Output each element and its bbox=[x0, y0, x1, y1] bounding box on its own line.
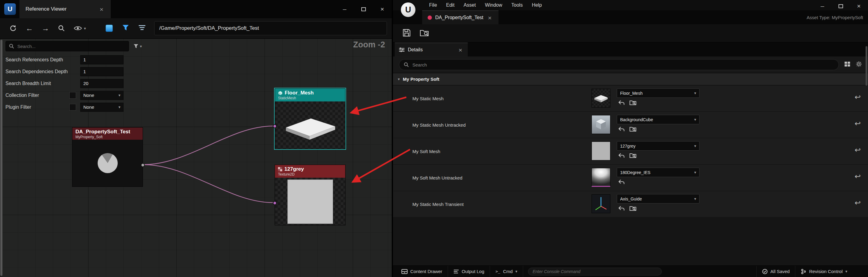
axis-guide-thumbnail[interactable] bbox=[592, 195, 611, 213]
save-button[interactable] bbox=[402, 28, 411, 39]
graph-search-input[interactable] bbox=[17, 43, 126, 49]
back-button[interactable]: ← bbox=[26, 25, 33, 32]
asset-combo-box[interactable]: 180Degree_IES ▾ bbox=[617, 168, 700, 177]
menu-tools[interactable]: Tools bbox=[507, 0, 527, 10]
plugin-filter-dropdown[interactable]: None ▾ bbox=[80, 103, 123, 112]
use-selected-asset-button[interactable] bbox=[618, 206, 625, 212]
asset-editor-window: U File Edit Asset Window Tools Help – × … bbox=[393, 0, 868, 277]
cmd-icon: >_ bbox=[495, 269, 500, 274]
graph-canvas[interactable]: Zoom -2 DA_PropertySoft_Test MyProperty_… bbox=[0, 39, 392, 277]
browse-to-asset-button[interactable] bbox=[629, 126, 636, 133]
reset-to-default-icon[interactable]: ↩ bbox=[855, 146, 861, 154]
minimize-icon: – bbox=[343, 5, 346, 13]
use-selected-asset-icon bbox=[618, 206, 625, 211]
asset-type-label: Asset Type: MyPropertySoft bbox=[807, 10, 863, 24]
menu-asset[interactable]: Asset bbox=[459, 0, 480, 10]
use-selected-asset-button[interactable] bbox=[618, 153, 625, 160]
browse-to-asset-button[interactable] bbox=[629, 206, 636, 212]
revision-control-button[interactable]: Revision Control ▾ bbox=[795, 266, 853, 277]
browse-to-asset-icon bbox=[629, 100, 636, 105]
breadth-limit-input[interactable] bbox=[80, 79, 123, 88]
zoom-level-label: Zoom -2 bbox=[353, 40, 385, 49]
static-mesh-icon bbox=[278, 91, 283, 95]
tab-reference-viewer[interactable]: Reference Viewer × bbox=[20, 0, 111, 18]
graph-search-box[interactable] bbox=[5, 41, 129, 51]
tab-da-propertysoft-test[interactable]: DA_PropertySoft_Test × bbox=[422, 10, 498, 24]
filters-toggle[interactable] bbox=[122, 24, 129, 32]
menu-window[interactable]: Window bbox=[480, 0, 507, 10]
close-button[interactable]: × bbox=[373, 0, 392, 18]
menu-help[interactable]: Help bbox=[527, 0, 547, 10]
browse-to-asset-button[interactable] bbox=[420, 29, 429, 38]
find-path-button[interactable] bbox=[58, 25, 65, 32]
referencers-depth-input[interactable] bbox=[80, 55, 123, 64]
menu-edit[interactable]: Edit bbox=[442, 0, 459, 10]
unreal-logo-icon[interactable]: U bbox=[401, 2, 415, 17]
forward-button[interactable]: → bbox=[42, 25, 49, 32]
node-floor-mesh[interactable]: Floor_Mesh StaticMesh bbox=[275, 89, 345, 149]
asset-tab-row: DA_PropertySoft_Test × Asset Type: MyPro… bbox=[393, 10, 868, 24]
collection-filter-dropdown[interactable]: None ▾ bbox=[80, 91, 123, 100]
dependencies-depth-input[interactable] bbox=[80, 67, 123, 76]
reference-viewer-toolbar: ← → ▾ /Game/Property/Soft/DA_PropertySof… bbox=[0, 18, 392, 39]
node-title: Floor_Mesh bbox=[285, 90, 314, 96]
asset-path-field[interactable]: /Game/Property/Soft/DA_PropertySoft_Test bbox=[154, 21, 387, 35]
setting-label: Search Dependencies Depth bbox=[5, 69, 80, 74]
eye-icon bbox=[73, 26, 82, 31]
filter-funnel-icon bbox=[133, 44, 139, 48]
minimize-button[interactable]: – bbox=[335, 0, 354, 18]
chevron-down-icon: ▾ bbox=[694, 91, 696, 95]
grey-texture-thumbnail[interactable] bbox=[592, 142, 611, 160]
asset-combo-box[interactable]: Axis_Guide ▾ bbox=[617, 194, 700, 204]
filter-options-toggle[interactable] bbox=[138, 25, 146, 32]
reset-to-default-icon[interactable]: ↩ bbox=[855, 199, 861, 207]
details-scrollbar[interactable] bbox=[866, 46, 867, 85]
background-cube-thumbnail[interactable] bbox=[592, 115, 611, 134]
floor-mesh-thumbnail[interactable] bbox=[592, 89, 611, 107]
column-view-button[interactable] bbox=[844, 61, 850, 68]
graph-scrollbar[interactable] bbox=[0, 40, 2, 276]
browse-to-asset-button[interactable] bbox=[629, 153, 636, 160]
asset-combo-box[interactable]: Floor_Mesh ▾ bbox=[617, 89, 700, 98]
output-log-icon bbox=[454, 269, 459, 274]
close-icon[interactable]: × bbox=[457, 46, 464, 54]
use-selected-asset-button[interactable] bbox=[618, 126, 625, 133]
use-selected-asset-button[interactable] bbox=[618, 100, 625, 107]
all-saved-button[interactable]: All Saved bbox=[756, 266, 795, 277]
ies-profile-thumbnail[interactable] bbox=[592, 168, 611, 187]
asset-color-dot bbox=[428, 15, 432, 20]
console-command-input[interactable] bbox=[528, 268, 662, 275]
asset-combo-box[interactable]: BackgroundCube ▾ bbox=[617, 115, 700, 124]
reset-to-default-icon[interactable]: ↩ bbox=[855, 173, 861, 180]
details-search-input[interactable] bbox=[412, 62, 834, 68]
node-127grey[interactable]: 127grey Texture2D bbox=[275, 165, 345, 226]
use-selected-asset-button[interactable] bbox=[618, 179, 625, 186]
content-drawer-button[interactable]: Content Drawer bbox=[396, 266, 448, 277]
refresh-button[interactable] bbox=[9, 24, 17, 32]
output-log-button[interactable]: Output Log bbox=[448, 266, 490, 277]
plugin-filter-checkbox[interactable] bbox=[69, 104, 76, 110]
tab-details[interactable]: Details × bbox=[395, 42, 468, 57]
search-filter-button[interactable]: ▾ bbox=[133, 44, 142, 48]
collection-filter-checkbox[interactable] bbox=[69, 92, 76, 99]
close-icon[interactable]: × bbox=[487, 14, 493, 22]
details-settings-button[interactable] bbox=[856, 61, 862, 68]
close-icon[interactable]: × bbox=[98, 5, 104, 13]
reference-viewer-titlebar: U Reference Viewer × – × bbox=[0, 0, 392, 18]
browse-to-asset-button[interactable] bbox=[629, 100, 636, 107]
details-search-box[interactable] bbox=[399, 59, 839, 70]
asset-combo-box[interactable]: 127grey ▾ bbox=[617, 141, 700, 151]
chevron-down-icon: ▾ bbox=[694, 197, 696, 201]
property-label: My Static Mesh Untracked bbox=[412, 112, 466, 138]
cmd-dropdown[interactable]: >_ Cmd ▾ bbox=[490, 266, 523, 277]
reset-to-default-icon[interactable]: ↩ bbox=[855, 120, 861, 127]
menu-file[interactable]: File bbox=[425, 0, 442, 10]
show-duplicates-toggle[interactable] bbox=[105, 25, 113, 32]
node-da-propertysoft-test[interactable]: DA_PropertySoft_Test MyProperty_Soft bbox=[72, 127, 143, 187]
node-title: 127grey bbox=[284, 166, 304, 172]
maximize-button[interactable] bbox=[354, 0, 373, 18]
reset-to-default-icon[interactable]: ↩ bbox=[855, 94, 861, 101]
visibility-dropdown-button[interactable]: ▾ bbox=[73, 26, 86, 31]
filter-lines-icon bbox=[138, 25, 146, 31]
category-my-property-soft[interactable]: ▾ My Property Soft bbox=[393, 73, 868, 85]
